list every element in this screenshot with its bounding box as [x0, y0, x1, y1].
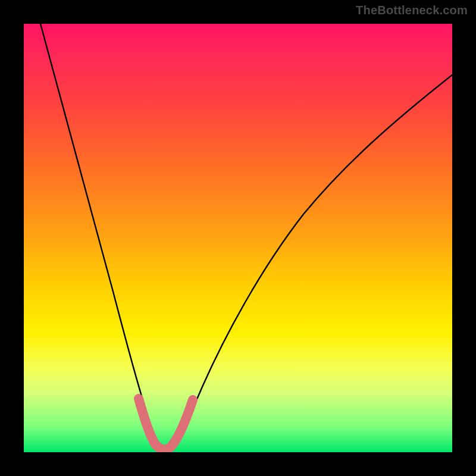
- curve-layer: [24, 24, 452, 452]
- highlight-band: [139, 399, 193, 449]
- plot-area: [24, 24, 452, 452]
- main-curve: [40, 24, 452, 450]
- chart-frame: TheBottleneck.com: [0, 0, 476, 476]
- watermark-text: TheBottleneck.com: [356, 4, 468, 17]
